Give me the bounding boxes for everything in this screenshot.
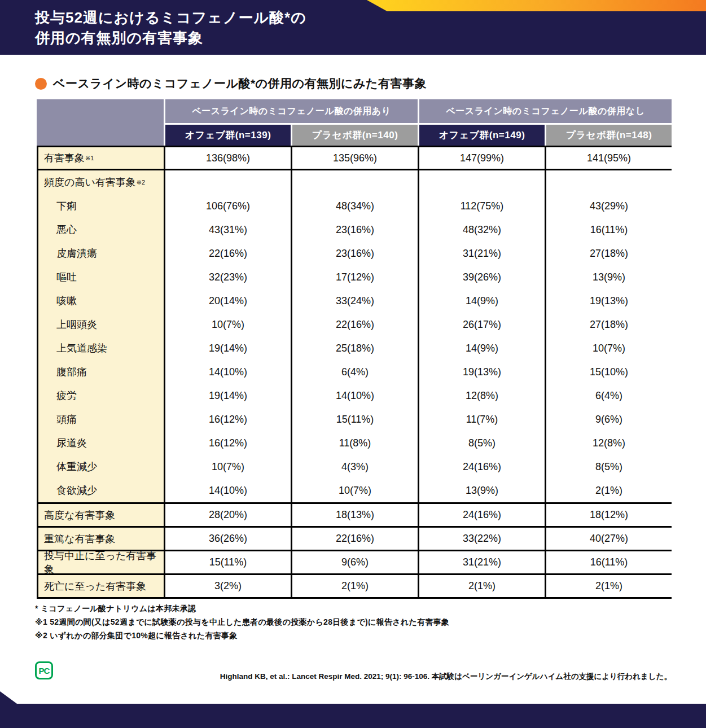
cell-value: 2(1%): [546, 479, 672, 502]
group-header-without-mpa: ベースライン時のミコフェノール酸の併用なし: [419, 99, 672, 123]
row-label: 体重減少: [38, 455, 164, 479]
cell-value: 48(32%): [419, 218, 545, 242]
gradient-ribbon: [367, 0, 706, 11]
table-row-fatal-events: 死亡に至った有害事象 3(2%) 2(1%) 2(1%) 2(1%): [37, 573, 672, 597]
section-title: ベースライン時のミコフェノール酸*の併用の有無別にみた有害事象: [53, 76, 427, 91]
cell-value: 112(75%): [419, 194, 545, 218]
col-header-placebo-140: プラセボ群(n=140): [292, 125, 418, 146]
cell-value: 27(18%): [546, 313, 672, 336]
row-label: 頻度の高い有害事象※2: [38, 170, 164, 194]
cell-value: 26(17%): [419, 313, 545, 336]
cell-value: 23(16%): [292, 242, 418, 265]
table-row-severe-events: 高度な有害事象 28(20%) 18(13%) 24(16%) 18(12%): [37, 502, 672, 526]
header-corner-cell: [37, 99, 164, 146]
section-bullet-icon: [35, 78, 47, 90]
cell-value: 10(7%): [546, 336, 672, 360]
cell-value: 10(7%): [165, 313, 291, 336]
cell-value: 106(76%): [165, 194, 291, 218]
adverse-events-table: ベースライン時のミコフェノール酸の併用あり ベースライン時のミコフェノール酸の併…: [37, 99, 672, 599]
row-label: 悪心: [38, 218, 164, 242]
row-label: 高度な有害事象: [37, 504, 164, 526]
cell-value: 9(6%): [546, 407, 672, 431]
cell-value: 28(20%): [164, 504, 291, 526]
cell-value: 20(14%): [165, 289, 291, 313]
row-label: 疲労: [38, 384, 164, 407]
cell-value: 4(3%): [292, 455, 418, 479]
col-header-placebo-148: プラセボ群(n=148): [546, 125, 672, 146]
cell-value: 14(10%): [165, 479, 291, 502]
row-label: 下痢: [38, 194, 164, 218]
cell-value: 2(1%): [418, 575, 545, 597]
cell-value: 8(5%): [419, 431, 545, 455]
cell-value: 12(8%): [546, 431, 672, 455]
table-row-serious-events: 重篤な有害事象 36(26%) 22(16%) 33(22%) 40(27%): [37, 526, 672, 550]
cell-value: 19(13%): [419, 360, 545, 384]
cell-value: 3(2%): [164, 575, 291, 597]
cell-value: 22(16%): [292, 313, 418, 336]
col-header-ofev-139: オフェブ群(n=139): [165, 125, 291, 146]
cell-value: 15(10%): [546, 360, 672, 384]
cell-value: 24(16%): [418, 504, 545, 526]
footnote-asterisk: * ミコフェノール酸ナトリウムは本邦未承認: [35, 602, 449, 615]
row-label: 死亡に至った有害事象: [37, 575, 164, 597]
cell-value: 25(18%): [292, 336, 418, 360]
cell-value: 10(7%): [292, 479, 418, 502]
cell-value: 6(4%): [546, 384, 672, 407]
cell-value: 12(8%): [419, 384, 545, 407]
cell-value: 27(18%): [546, 242, 672, 265]
footnote-mark: ※1: [85, 155, 94, 161]
row-label: 頭痛: [38, 407, 164, 431]
cell-value: 147(99%): [418, 147, 545, 169]
row-label: 尿道炎: [38, 431, 164, 455]
cell-value: 16(12%): [165, 407, 291, 431]
cell-value: 19(13%): [546, 289, 672, 313]
row-label: 有害事象※1: [37, 147, 164, 169]
citation-text: Highland KB, et al.: Lancet Respir Med. …: [0, 672, 672, 682]
row-label: 食欲減少: [38, 479, 164, 502]
cell-value: 32(23%): [165, 265, 291, 289]
footnote-mark: ※2: [137, 179, 145, 186]
section-heading: ベースライン時のミコフェノール酸*の併用の有無別にみた有害事象: [35, 76, 427, 91]
cell-value: 19(14%): [165, 384, 291, 407]
table-row-discontinuation-events: 投与中止に至った有害事象 15(11%) 9(6%) 31(21%) 16(11…: [37, 550, 672, 573]
cell-value: 141(95%): [545, 147, 672, 169]
row-label: 上咽頭炎: [38, 313, 164, 336]
cell-value: 13(9%): [546, 265, 672, 289]
cell-value: 15(11%): [292, 407, 418, 431]
page-title-line2: 併用の有無別の有害事象: [35, 28, 306, 48]
cell-value: 13(9%): [419, 479, 545, 502]
table-row-frequent-events: 頻度の高い有害事象※2 下痢 悪心 皮膚潰瘍 嘔吐 咳嗽 上咽頭炎 上気道感染 …: [37, 169, 672, 502]
cell-value: 11(7%): [419, 407, 545, 431]
cell-value: 11(8%): [292, 431, 418, 455]
cell-value: 23(16%): [292, 218, 418, 242]
cell-value: 135(96%): [291, 147, 418, 169]
table-body: 有害事象※1 136(98%) 135(96%) 147(99%) 141(95…: [37, 146, 672, 599]
page-title: 投与52週におけるミコフェノール酸*の 併用の有無別の有害事象: [35, 7, 306, 48]
cell-value: 24(16%): [419, 455, 545, 479]
cell-value: 18(13%): [291, 504, 418, 526]
row-label: 腹部痛: [38, 360, 164, 384]
row-label: 重篤な有害事象: [37, 528, 164, 550]
frequent-col-ofev-149: 112(75%) 48(32%) 31(21%) 39(26%) 14(9%) …: [418, 170, 545, 502]
cell-value: 136(98%): [164, 147, 291, 169]
footnotes: * ミコフェノール酸ナトリウムは本邦未承認 ※1 52週間の間(又は52週までに…: [35, 602, 449, 642]
bottom-banner: [0, 691, 706, 728]
cell-value: 17(12%): [292, 265, 418, 289]
cell-value: 16(11%): [545, 551, 672, 573]
frequent-labels: 頻度の高い有害事象※2 下痢 悪心 皮膚潰瘍 嘔吐 咳嗽 上咽頭炎 上気道感染 …: [37, 170, 164, 502]
cell-value: 31(21%): [419, 242, 545, 265]
cell-value: 14(9%): [419, 336, 545, 360]
cell-value: 16(11%): [546, 218, 672, 242]
cell-value: 15(11%): [164, 551, 291, 573]
group-header-with-mpa: ベースライン時のミコフェノール酸の併用あり: [165, 99, 418, 123]
cell-value: 48(34%): [292, 194, 418, 218]
cell-value: 39(26%): [419, 265, 545, 289]
cell-value: 14(10%): [165, 360, 291, 384]
cell-value: 31(21%): [418, 551, 545, 573]
cell-value: 2(1%): [291, 575, 418, 597]
cell-value: 22(16%): [165, 242, 291, 265]
cell-value: 40(27%): [545, 528, 672, 550]
cell-value: 22(16%): [291, 528, 418, 550]
row-label: 上気道感染: [38, 336, 164, 360]
frequent-col-ofev-139: 106(76%) 43(31%) 22(16%) 32(23%) 20(14%)…: [164, 170, 291, 502]
